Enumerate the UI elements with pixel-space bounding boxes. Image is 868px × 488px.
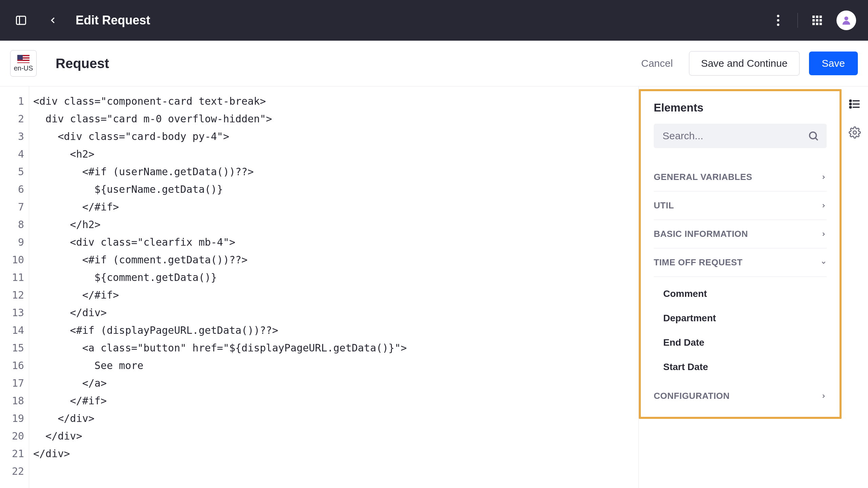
svg-point-21 (850, 103, 851, 105)
content-title: Request (56, 56, 109, 71)
element-end-date[interactable]: End Date (663, 330, 827, 355)
svg-point-20 (850, 100, 851, 102)
us-flag-icon (17, 55, 29, 63)
svg-point-3 (777, 19, 780, 22)
chevron-right-icon (821, 231, 827, 237)
code-editor[interactable]: 12345678910111213141516171819202122 <div… (0, 86, 639, 488)
svg-point-22 (850, 106, 851, 108)
svg-rect-9 (816, 19, 818, 22)
locale-label: en-US (14, 64, 33, 72)
save-and-continue-button[interactable]: Save and Continue (689, 51, 799, 76)
chevron-right-icon (821, 174, 827, 180)
svg-point-15 (810, 132, 816, 139)
svg-rect-13 (820, 23, 822, 25)
category-configuration[interactable]: CONFIGURATION (654, 382, 827, 410)
search-input[interactable] (654, 124, 827, 148)
category-basic-information[interactable]: BASIC INFORMATION (654, 220, 827, 248)
svg-point-23 (853, 131, 856, 134)
chevron-right-icon (821, 393, 827, 399)
gear-icon[interactable] (847, 125, 862, 140)
subheader: en-US Request Cancel Save and Continue S… (0, 41, 868, 86)
list-icon[interactable] (847, 97, 862, 111)
elements-search (654, 124, 827, 148)
svg-rect-10 (820, 19, 822, 22)
svg-point-4 (777, 24, 780, 26)
search-icon (808, 130, 819, 142)
category-time-off-request[interactable]: TIME OFF REQUEST (654, 248, 827, 277)
svg-point-14 (844, 17, 848, 20)
main: 12345678910111213141516171819202122 <div… (0, 86, 868, 488)
kebab-menu-icon[interactable] (769, 11, 787, 29)
chevron-right-icon (821, 203, 827, 209)
svg-rect-8 (812, 19, 815, 22)
page-title: Edit Request (76, 13, 150, 27)
locale-selector[interactable]: en-US (10, 50, 37, 77)
cancel-button[interactable]: Cancel (634, 53, 679, 74)
back-button[interactable] (44, 11, 62, 29)
element-comment[interactable]: Comment (663, 282, 827, 306)
category-general-variables[interactable]: GENERAL VARIABLES (654, 163, 827, 191)
svg-rect-7 (820, 16, 822, 18)
svg-rect-11 (812, 23, 815, 25)
svg-line-16 (815, 138, 818, 140)
user-avatar[interactable] (836, 11, 856, 30)
svg-rect-0 (17, 16, 26, 24)
element-start-date[interactable]: Start Date (663, 355, 827, 379)
save-button[interactable]: Save (809, 52, 858, 75)
subheader-actions: Cancel Save and Continue Save (634, 51, 858, 76)
time-off-items: Comment Department End Date Start Date (654, 277, 827, 382)
topbar-left: Edit Request (12, 11, 150, 29)
elements-title: Elements (654, 101, 827, 114)
separator (797, 13, 798, 28)
svg-point-2 (777, 15, 780, 17)
panel-toggle-icon[interactable] (12, 11, 30, 29)
line-gutter: 12345678910111213141516171819202122 (0, 86, 29, 488)
category-util[interactable]: UTIL (654, 191, 827, 220)
element-department[interactable]: Department (663, 306, 827, 330)
topbar: Edit Request (0, 0, 868, 41)
chevron-down-icon (821, 260, 827, 266)
apps-grid-icon[interactable] (808, 11, 826, 29)
right-side-strip (842, 86, 868, 488)
svg-rect-12 (816, 23, 818, 25)
elements-panel: Elements GENERAL VARIABLES UTIL BASIC IN… (639, 89, 842, 419)
svg-rect-5 (812, 16, 815, 18)
svg-rect-6 (816, 16, 818, 18)
topbar-right (769, 11, 856, 30)
code-content[interactable]: <div class="component-card text-break> d… (29, 86, 638, 488)
